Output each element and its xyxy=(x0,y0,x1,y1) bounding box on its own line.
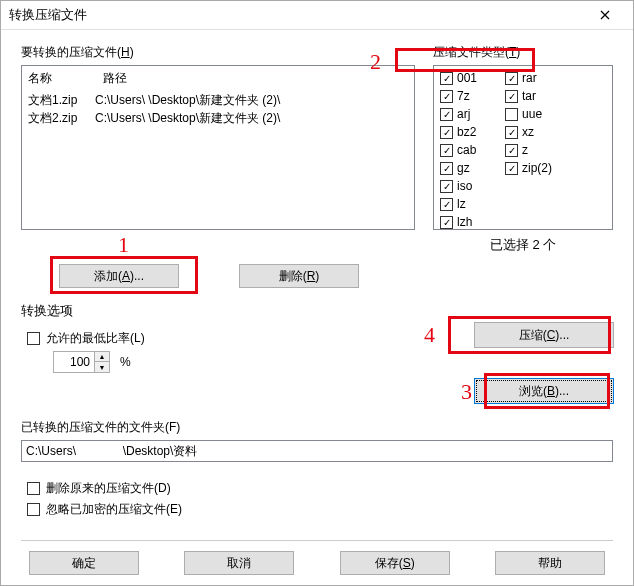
col-name: 名称 xyxy=(28,70,83,87)
options-section-label: 转换选项 xyxy=(21,302,613,320)
type-option-iso[interactable]: iso xyxy=(440,178,477,195)
min-ratio-label: 允许的最低比率(L) xyxy=(46,330,145,347)
type-option-rar[interactable]: rar xyxy=(505,70,552,87)
type-label: bz2 xyxy=(457,124,476,141)
spin-down[interactable]: ▼ xyxy=(94,362,109,372)
add-button[interactable]: 添加(A)... xyxy=(59,264,179,288)
checkbox-icon xyxy=(440,90,453,103)
ok-button[interactable]: 确定 xyxy=(29,551,139,575)
titlebar: 转换压缩文件 xyxy=(1,1,633,30)
col-path: 路径 xyxy=(103,70,127,87)
type-option-xz[interactable]: xz xyxy=(505,124,552,141)
checkbox-icon xyxy=(505,72,518,85)
checkbox-icon xyxy=(505,90,518,103)
type-option-cab[interactable]: cab xyxy=(440,142,477,159)
close-icon xyxy=(600,10,610,20)
close-button[interactable] xyxy=(585,1,625,29)
selected-count: 已选择 2 个 xyxy=(433,236,613,254)
file-list-header: 名称 路径 xyxy=(28,70,408,87)
files-to-convert-group: 要转换的压缩文件(H) 名称 路径 文档1.zipC:\Users\ \Desk… xyxy=(21,44,415,254)
help-button[interactable]: 帮助 xyxy=(495,551,605,575)
type-label: arj xyxy=(457,106,470,123)
type-label: xz xyxy=(522,124,534,141)
checkbox-icon xyxy=(440,216,453,229)
window-title: 转换压缩文件 xyxy=(9,6,585,24)
delete-original-label: 删除原来的压缩文件(D) xyxy=(46,480,171,497)
file-list[interactable]: 名称 路径 文档1.zipC:\Users\ \Desktop\新建文件夹 (2… xyxy=(21,65,415,230)
separator xyxy=(21,540,613,541)
ratio-spinner[interactable]: ▲▼ xyxy=(53,351,110,373)
spin-up[interactable]: ▲ xyxy=(94,352,109,362)
checkbox-icon xyxy=(440,162,453,175)
file-name: 文档1.zip xyxy=(28,91,83,109)
type-option-arj[interactable]: arj xyxy=(440,106,477,123)
checkbox-icon xyxy=(505,162,518,175)
type-label: gz xyxy=(457,160,470,177)
delete-original-checkbox[interactable] xyxy=(27,482,40,495)
save-button[interactable]: 保存(S) xyxy=(340,551,450,575)
type-option-bz2[interactable]: bz2 xyxy=(440,124,477,141)
browse-button[interactable]: 浏览(B)... xyxy=(474,378,614,404)
type-label: tar xyxy=(522,88,536,105)
type-label: iso xyxy=(457,178,472,195)
folder-label: 已转换的压缩文件的文件夹(F) xyxy=(21,419,613,436)
type-option-tar[interactable]: tar xyxy=(505,88,552,105)
skip-encrypted-checkbox[interactable] xyxy=(27,503,40,516)
type-label: zip(2) xyxy=(522,160,552,177)
type-option-gz[interactable]: gz xyxy=(440,160,477,177)
files-label: 要转换的压缩文件(H) xyxy=(21,44,415,61)
checkbox-icon xyxy=(440,108,453,121)
type-option-z[interactable]: z xyxy=(505,142,552,159)
type-option-lzh[interactable]: lzh xyxy=(440,214,477,231)
file-row[interactable]: 文档1.zipC:\Users\ \Desktop\新建文件夹 (2)\ xyxy=(28,91,408,109)
type-label: lz xyxy=(457,196,466,213)
type-label: z xyxy=(522,142,528,159)
checkbox-icon xyxy=(440,180,453,193)
checkbox-icon xyxy=(440,198,453,211)
type-label: lzh xyxy=(457,214,472,231)
file-name: 文档2.zip xyxy=(28,109,83,127)
checkbox-icon xyxy=(505,108,518,121)
file-path: C:\Users\ \Desktop\新建文件夹 (2)\ xyxy=(95,109,280,127)
checkbox-icon xyxy=(440,144,453,157)
type-label: uue xyxy=(522,106,542,123)
type-label: 7z xyxy=(457,88,470,105)
type-option-7z[interactable]: 7z xyxy=(440,88,477,105)
type-label: 001 xyxy=(457,70,477,87)
types-list[interactable]: 0017zarjbz2cabgzisolzlzh rartaruuexzzzip… xyxy=(433,65,613,230)
checkbox-icon xyxy=(440,126,453,139)
percent-label: % xyxy=(120,355,131,369)
file-path: C:\Users\ \Desktop\新建文件夹 (2)\ xyxy=(95,91,280,109)
delete-button[interactable]: 删除(R) xyxy=(239,264,359,288)
type-option-001[interactable]: 001 xyxy=(440,70,477,87)
type-label: rar xyxy=(522,70,537,87)
type-option-uue[interactable]: uue xyxy=(505,106,552,123)
cancel-button[interactable]: 取消 xyxy=(184,551,294,575)
type-option-lz[interactable]: lz xyxy=(440,196,477,213)
file-row[interactable]: 文档2.zipC:\Users\ \Desktop\新建文件夹 (2)\ xyxy=(28,109,408,127)
folder-input[interactable] xyxy=(21,440,613,462)
min-ratio-checkbox[interactable] xyxy=(27,332,40,345)
types-label: 压缩文件类型(T) xyxy=(433,44,613,61)
checkbox-icon xyxy=(505,126,518,139)
type-label: cab xyxy=(457,142,476,159)
archive-types-group: 压缩文件类型(T) 0017zarjbz2cabgzisolzlzh rarta… xyxy=(433,44,613,254)
skip-encrypted-label: 忽略已加密的压缩文件(E) xyxy=(46,501,182,518)
checkbox-icon xyxy=(440,72,453,85)
checkbox-icon xyxy=(505,144,518,157)
ratio-input[interactable] xyxy=(54,352,94,372)
compress-button[interactable]: 压缩(C)... xyxy=(474,322,614,348)
type-option-zip(2)[interactable]: zip(2) xyxy=(505,160,552,177)
